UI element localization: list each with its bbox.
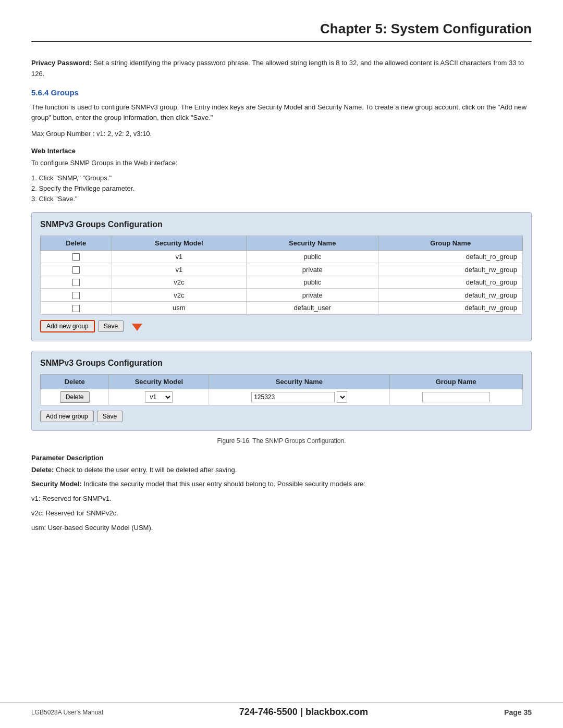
button-row-1: Add new group Save xyxy=(40,320,523,332)
step-3: 3. Click "Save." xyxy=(31,195,532,203)
security-model-cell: usm xyxy=(112,302,246,315)
group-name-cell: default_rw_group xyxy=(378,289,523,302)
param-security-model-label: Security Model: xyxy=(31,480,82,488)
param-delete: Delete: Check to delete the user entry. … xyxy=(31,465,532,476)
model-v2c: v2c: Reserved for SNMPv2c. xyxy=(31,508,532,519)
security-name-cell: public xyxy=(246,276,378,289)
add-new-group-button-2[interactable]: Add new group xyxy=(40,411,94,422)
param-heading: Parameter Description xyxy=(31,454,532,462)
security-name-input[interactable] xyxy=(251,392,335,402)
delete-cell xyxy=(41,289,112,302)
delete-cell xyxy=(41,276,112,289)
section-description: The function is used to configure SNMPv3… xyxy=(31,102,532,124)
new-entry-row: Delete v1 v2c usm xyxy=(41,389,523,405)
step-2: 2. Specify the Privilege parameter. xyxy=(31,184,532,192)
new-group-name-cell xyxy=(389,389,522,405)
web-interface-intro: To configure SNMP Groups in the Web inte… xyxy=(31,158,532,169)
security-model-cell: v1 xyxy=(112,250,246,263)
chapter-header: Chapter 5: System Configuration xyxy=(31,21,532,42)
footer-right: Page 35 xyxy=(504,708,532,717)
privacy-password-text: Set a string identifying the privacy pas… xyxy=(31,59,524,78)
group-name-cell: default_rw_group xyxy=(378,263,523,276)
section-heading: 5.6.4 Groups xyxy=(31,88,532,97)
model-usm: usm: User-based Security Model (USM). xyxy=(31,523,532,534)
col-security-model-1: Security Model xyxy=(112,236,246,250)
max-group-number: Max Group Number : v1: 2, v2: 2, v3:10. xyxy=(31,129,532,140)
save-button-2[interactable]: Save xyxy=(97,411,123,422)
config-panel-2: SNMPv3 Groups Configuration Delete Secur… xyxy=(31,351,532,431)
group-name-cell: default_rw_group xyxy=(378,302,523,315)
footer-center: 724-746-5500 | blackbox.com xyxy=(239,707,368,718)
param-delete-label: Delete: xyxy=(31,466,54,474)
security-name-cell: private xyxy=(246,263,378,276)
new-delete-cell: Delete xyxy=(41,389,109,405)
model-v1: v1: Reserved for SNMPv1. xyxy=(31,493,532,504)
web-interface-steps: 1. Click "SNMP," "Groups." 2. Specify th… xyxy=(31,174,532,203)
new-security-name-cell xyxy=(209,389,389,405)
table-row: v2c private default_rw_group xyxy=(41,289,523,302)
button-row-2: Add new group Save xyxy=(40,411,523,422)
security-name-cell: public xyxy=(246,250,378,263)
web-interface-heading: Web Interface xyxy=(31,147,532,155)
delete-cell xyxy=(41,302,112,315)
config-panel-2-title: SNMPv3 Groups Configuration xyxy=(40,359,523,368)
table-row: v1 public default_ro_group xyxy=(41,250,523,263)
security-model-select[interactable]: v1 v2c usm xyxy=(145,391,173,403)
snmp-groups-table-1: Delete Security Model Security Name Grou… xyxy=(40,236,523,315)
delete-cell xyxy=(41,250,112,263)
col-security-name-1: Security Name xyxy=(246,236,378,250)
param-security-model: Security Model: Indicate the security mo… xyxy=(31,479,532,490)
figure-caption: Figure 5-16. The SNMP Groups Configurati… xyxy=(31,437,532,445)
security-name-cell: default_user xyxy=(246,302,378,315)
col-security-model-2: Security Model xyxy=(109,374,209,389)
param-security-model-text: Indicate the security model that this us… xyxy=(83,480,365,488)
config-panel-1: SNMPv3 Groups Configuration Delete Secur… xyxy=(31,212,532,341)
privacy-password-label: Privacy Password: xyxy=(31,59,92,67)
group-name-input[interactable] xyxy=(422,392,490,402)
table-row: usm default_user default_rw_group xyxy=(41,302,523,315)
config-panel-1-title: SNMPv3 Groups Configuration xyxy=(40,220,523,229)
new-security-model-cell: v1 v2c usm xyxy=(109,389,209,405)
add-new-group-button-1[interactable]: Add new group xyxy=(40,320,95,332)
delete-checkbox[interactable] xyxy=(72,279,80,286)
parameter-description-section: Parameter Description Delete: Check to d… xyxy=(31,454,532,534)
step-1: 1. Click "SNMP," "Groups." xyxy=(31,174,532,182)
col-group-name-2: Group Name xyxy=(389,374,522,389)
table-row: v2c public default_ro_group xyxy=(41,276,523,289)
security-model-cell: v1 xyxy=(112,263,246,276)
table-row: v1 private default_rw_group xyxy=(41,263,523,276)
group-name-cell: default_ro_group xyxy=(378,276,523,289)
security-name-cell: private xyxy=(246,289,378,302)
delete-checkbox[interactable] xyxy=(72,292,80,299)
delete-checkbox[interactable] xyxy=(72,266,80,274)
group-name-cell: default_ro_group xyxy=(378,250,523,263)
col-delete-1: Delete xyxy=(41,236,112,250)
chapter-title: Chapter 5: System Configuration xyxy=(320,21,532,36)
delete-checkbox[interactable] xyxy=(72,253,80,261)
security-model-cell: v2c xyxy=(112,276,246,289)
snmp-groups-table-2: Delete Security Model Security Name Grou… xyxy=(40,374,523,405)
param-delete-text: Check to delete the user entry. It will … xyxy=(56,466,237,474)
page-footer: LGB5028A User's Manual 724-746-5500 | bl… xyxy=(0,702,563,718)
delete-button-new[interactable]: Delete xyxy=(60,391,90,403)
delete-checkbox[interactable] xyxy=(72,305,80,312)
arrow-down-icon xyxy=(132,324,142,331)
security-model-cell: v2c xyxy=(112,289,246,302)
privacy-password-para: Privacy Password: Set a string identifyi… xyxy=(31,58,532,80)
delete-cell xyxy=(41,263,112,276)
col-group-name-1: Group Name xyxy=(378,236,523,250)
col-security-name-2: Security Name xyxy=(209,374,389,389)
col-delete-2: Delete xyxy=(41,374,109,389)
footer-left: LGB5028A User's Manual xyxy=(31,709,103,716)
security-name-select[interactable] xyxy=(337,391,347,403)
save-button-1[interactable]: Save xyxy=(98,320,124,332)
